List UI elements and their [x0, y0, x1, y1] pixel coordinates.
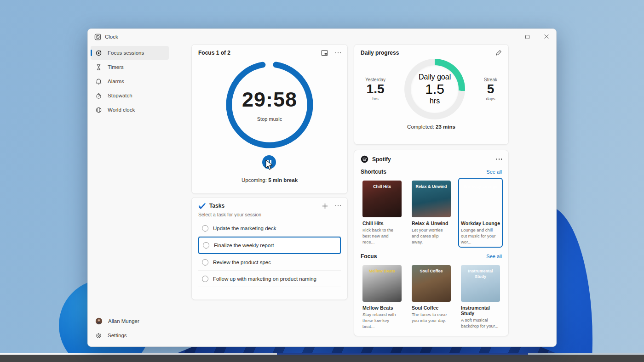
- mouse-cursor: [265, 160, 273, 170]
- bell-icon: [95, 78, 102, 85]
- sidebar-item-focus-sessions[interactable]: Focus sessions: [91, 46, 169, 60]
- tasks-more-button[interactable]: [335, 205, 341, 207]
- tasks-card-title: Tasks: [209, 203, 224, 209]
- focus-sessions-icon: [95, 50, 102, 57]
- clock-app-icon: [94, 34, 101, 40]
- task-radio[interactable]: [202, 259, 208, 266]
- playlist-art: Mellow Beats: [362, 265, 402, 302]
- daily-progress-donut: Daily goal 1.5 hrs: [404, 59, 465, 119]
- shortcuts-see-all-link[interactable]: See all: [486, 169, 502, 175]
- focus-section-label: Focus: [361, 253, 377, 260]
- user-profile-item[interactable]: Allan Munger: [91, 314, 169, 328]
- completed-text: Completed: 23 mins: [354, 124, 508, 130]
- app-title: Clock: [105, 34, 118, 40]
- task-radio[interactable]: [203, 242, 209, 249]
- yesterday-stat: Yesterday 1.5 hrs: [365, 77, 385, 102]
- edit-goal-pencil-icon[interactable]: [495, 50, 502, 56]
- sidebar-item-stopwatch[interactable]: Stopwatch: [91, 89, 169, 102]
- sidebar-item-label: Focus sessions: [108, 50, 144, 56]
- selected-accent-bar: [91, 50, 92, 56]
- close-icon: [544, 34, 549, 39]
- goal-unit: hrs: [430, 97, 440, 105]
- spotify-card: Spotify Shortcuts See all Chill Hits Chi…: [354, 150, 509, 336]
- task-radio[interactable]: [202, 276, 208, 282]
- sidebar-item-label: World clock: [108, 107, 135, 113]
- sidebar-item-label: Stopwatch: [108, 93, 132, 98]
- daily-progress-card: Daily progress Yesterday 1.5 hrs Daily g…: [354, 44, 509, 145]
- sidebar: Focus sessions Timers Alarms: [88, 45, 172, 346]
- avatar: [95, 317, 103, 325]
- daily-card-title: Daily progress: [361, 50, 399, 56]
- focus-session-card: Focus 1 of 2 29:58 Stop music: [191, 44, 348, 194]
- sidebar-item-timers[interactable]: Timers: [91, 60, 169, 74]
- task-label: Finalize the weekly report: [214, 243, 274, 248]
- globe-icon: [95, 107, 102, 113]
- task-label: Review the product spec: [213, 260, 271, 265]
- clock-app-window: Clock Focus sessions: [87, 28, 557, 347]
- spotify-card-title: Spotify: [372, 156, 391, 163]
- task-label: Follow up with marketing on product nami…: [213, 276, 316, 282]
- task-row[interactable]: Follow up with marketing on product nami…: [198, 271, 341, 287]
- tasks-card: Tasks Select a task for your session Upd…: [191, 197, 348, 300]
- playlist-card-chill-hits[interactable]: Chill Hits Chill Hits Kick back to the b…: [360, 178, 404, 248]
- task-row[interactable]: Finalize the weekly report: [198, 237, 341, 254]
- titlebar: Clock: [88, 29, 556, 45]
- sidebar-item-label: Alarms: [108, 79, 124, 84]
- task-label: Update the marketing deck: [213, 226, 276, 231]
- playlist-art: Soul Coffee: [412, 265, 451, 302]
- task-list: Update the marketing deck Finalize the w…: [198, 220, 341, 287]
- playlist-card-relax-unwind[interactable]: Relax & Unwind Relax & Unwind Let your w…: [409, 178, 454, 248]
- task-row[interactable]: Update the marketing deck: [198, 220, 341, 237]
- playlist-card-instrumental-study[interactable]: Instrumental Study Instrumental Study A …: [458, 262, 503, 332]
- compact-overlay-icon[interactable]: [321, 50, 328, 56]
- upcoming-break-text: Upcoming: 5 min break: [192, 177, 347, 183]
- focus-more-button[interactable]: [335, 52, 341, 54]
- sidebar-item-alarms[interactable]: Alarms: [91, 74, 169, 88]
- user-name: Allan Munger: [108, 318, 139, 324]
- focus-timer-ring: 29:58 Stop music: [224, 60, 315, 150]
- shortcuts-section-label: Shortcuts: [361, 169, 386, 175]
- playlist-art: Chill Hits: [362, 181, 402, 217]
- maximize-button[interactable]: [518, 29, 537, 45]
- desktop: Clock Focus sessions: [0, 0, 644, 362]
- playlist-card-soul-coffee[interactable]: Soul Coffee Soul Coffee The tunes to eas…: [409, 262, 454, 332]
- minimize-button[interactable]: [498, 29, 518, 45]
- focus-see-all-link[interactable]: See all: [486, 254, 502, 259]
- sidebar-item-settings[interactable]: Settings: [91, 328, 169, 342]
- minimize-icon: [506, 37, 510, 37]
- playlist-card-workday-lounge[interactable]: Workday Lounge Workday Lounge Lounge and…: [458, 178, 503, 248]
- bottom-chrome-bar: [0, 355, 644, 362]
- settings-label: Settings: [108, 333, 127, 338]
- playlist-art: Instrumental Study: [461, 265, 500, 302]
- playlist-card-mellow-beats[interactable]: Mellow Beats Mellow Beats Stay relaxed w…: [360, 262, 404, 332]
- task-row[interactable]: Review the product spec: [198, 254, 341, 271]
- goal-label: Daily goal: [419, 73, 451, 81]
- tasks-subtitle: Select a task for your session: [192, 211, 347, 217]
- add-task-button[interactable]: [322, 203, 328, 209]
- close-button[interactable]: [537, 29, 556, 45]
- gear-icon: [95, 332, 102, 339]
- task-radio[interactable]: [202, 225, 208, 232]
- stopwatch-icon: [95, 92, 102, 99]
- goal-value: 1.5: [425, 81, 444, 97]
- timer-remaining: 29:58: [242, 88, 297, 112]
- hourglass-icon: [95, 64, 102, 71]
- playlist-art: Workday Lounge: [461, 181, 500, 217]
- sidebar-item-label: Timers: [108, 64, 124, 70]
- streak-stat: Streak 5 days: [484, 77, 497, 102]
- playlist-art: Relax & Unwind: [412, 181, 451, 217]
- todo-logo-icon: [198, 203, 206, 209]
- maximize-icon: [525, 35, 529, 39]
- spotify-logo-icon: [361, 155, 368, 163]
- spotify-more-button[interactable]: [496, 158, 502, 160]
- focus-card-title: Focus 1 of 2: [198, 50, 230, 56]
- stop-music-toggle[interactable]: Stop music: [257, 116, 282, 122]
- sidebar-item-world-clock[interactable]: World clock: [91, 103, 169, 117]
